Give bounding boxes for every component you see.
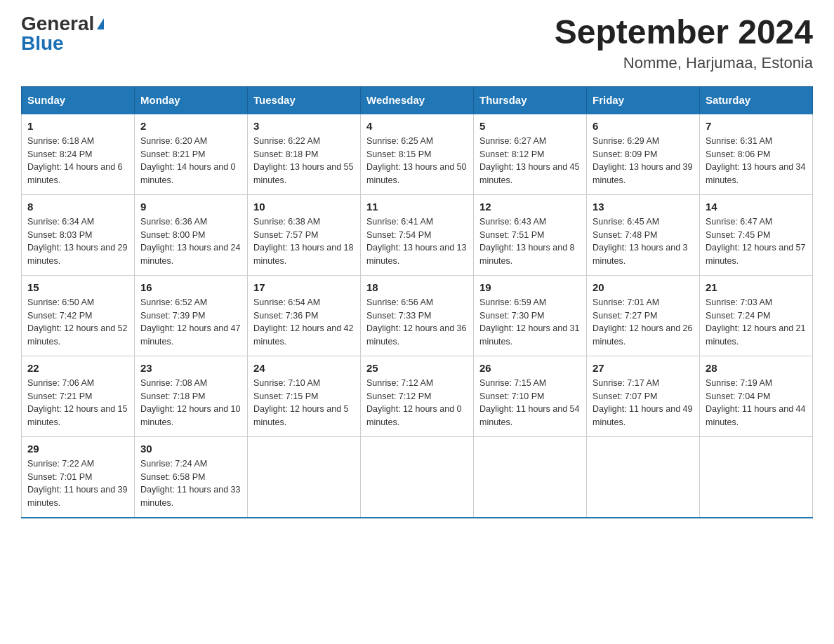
day-number: 26 [479,362,581,374]
day-info: Sunrise: 7:10 AMSunset: 7:15 PMDaylight:… [253,377,355,429]
calendar-cell: 21Sunrise: 7:03 AMSunset: 7:24 PMDayligh… [700,275,813,356]
calendar-header: SundayMondayTuesdayWednesdayThursdayFrid… [22,86,813,114]
calendar-cell: 30Sunrise: 7:24 AMSunset: 6:58 PMDayligh… [135,436,248,518]
calendar-cell: 19Sunrise: 6:59 AMSunset: 7:30 PMDayligh… [474,275,587,356]
day-info: Sunrise: 6:25 AMSunset: 8:15 PMDaylight:… [366,135,468,187]
day-info: Sunrise: 6:29 AMSunset: 8:09 PMDaylight:… [593,135,694,187]
calendar-cell [700,436,813,518]
day-info: Sunrise: 7:17 AMSunset: 7:07 PMDaylight:… [593,377,694,429]
day-number: 20 [593,281,694,293]
calendar-cell: 26Sunrise: 7:15 AMSunset: 7:10 PMDayligh… [474,356,587,436]
day-number: 8 [27,201,128,213]
day-number: 15 [27,281,128,293]
day-info: Sunrise: 6:43 AMSunset: 7:51 PMDaylight:… [479,215,581,268]
day-number: 21 [706,281,807,293]
logo-general-text: General [21,14,94,34]
day-number: 27 [593,362,694,374]
day-number: 3 [253,120,355,132]
calendar-cell: 14Sunrise: 6:47 AMSunset: 7:45 PMDayligh… [700,194,813,275]
calendar-title: September 2024 [555,14,813,51]
calendar-cell: 9Sunrise: 6:36 AMSunset: 8:00 PMDaylight… [135,194,248,275]
day-number: 10 [253,201,355,213]
calendar-week-row: 22Sunrise: 7:06 AMSunset: 7:21 PMDayligh… [22,356,813,436]
calendar-subtitle: Nomme, Harjumaa, Estonia [555,54,813,72]
day-number: 12 [479,201,581,213]
calendar-week-row: 15Sunrise: 6:50 AMSunset: 7:42 PMDayligh… [22,275,813,356]
weekday-header-monday: Monday [135,86,248,114]
calendar-cell: 23Sunrise: 7:08 AMSunset: 7:18 PMDayligh… [135,356,248,436]
calendar-week-row: 1Sunrise: 6:18 AMSunset: 8:24 PMDaylight… [22,114,813,195]
day-info: Sunrise: 7:12 AMSunset: 7:12 PMDaylight:… [366,377,468,429]
calendar-cell: 8Sunrise: 6:34 AMSunset: 8:03 PMDaylight… [22,194,135,275]
day-info: Sunrise: 6:34 AMSunset: 8:03 PMDaylight:… [27,215,128,268]
day-info: Sunrise: 7:06 AMSunset: 7:21 PMDaylight:… [27,377,128,429]
logo-blue-text: Blue [21,34,64,53]
calendar-cell: 7Sunrise: 6:31 AMSunset: 8:06 PMDaylight… [700,114,813,195]
day-info: Sunrise: 7:22 AMSunset: 7:01 PMDaylight:… [27,457,128,510]
calendar-cell: 28Sunrise: 7:19 AMSunset: 7:04 PMDayligh… [700,356,813,436]
day-info: Sunrise: 6:47 AMSunset: 7:45 PMDaylight:… [706,215,807,268]
calendar-cell: 4Sunrise: 6:25 AMSunset: 8:15 PMDaylight… [361,114,474,195]
day-number: 13 [593,201,694,213]
day-number: 7 [706,120,807,132]
day-number: 18 [366,281,468,293]
calendar-table: SundayMondayTuesdayWednesdayThursdayFrid… [21,86,813,518]
calendar-week-row: 29Sunrise: 7:22 AMSunset: 7:01 PMDayligh… [22,436,813,518]
day-number: 16 [140,281,241,293]
weekday-header-row: SundayMondayTuesdayWednesdayThursdayFrid… [22,86,813,114]
calendar-week-row: 8Sunrise: 6:34 AMSunset: 8:03 PMDaylight… [22,194,813,275]
day-number: 30 [140,443,241,455]
day-number: 6 [593,120,694,132]
day-info: Sunrise: 6:18 AMSunset: 8:24 PMDaylight:… [27,135,128,187]
weekday-header-saturday: Saturday [700,86,813,114]
calendar-cell [587,436,700,518]
calendar-cell: 10Sunrise: 6:38 AMSunset: 7:57 PMDayligh… [248,194,361,275]
calendar-body: 1Sunrise: 6:18 AMSunset: 8:24 PMDaylight… [22,114,813,518]
day-info: Sunrise: 7:24 AMSunset: 6:58 PMDaylight:… [140,457,241,510]
day-number: 14 [706,201,807,213]
page-header: General Blue September 2024 Nomme, Harju… [21,14,813,72]
title-block: September 2024 Nomme, Harjumaa, Estonia [555,14,813,72]
day-info: Sunrise: 6:38 AMSunset: 7:57 PMDaylight:… [253,215,355,268]
day-info: Sunrise: 6:20 AMSunset: 8:21 PMDaylight:… [140,135,241,187]
day-number: 25 [366,362,468,374]
day-info: Sunrise: 6:50 AMSunset: 7:42 PMDaylight:… [27,296,128,349]
day-number: 17 [253,281,355,293]
day-info: Sunrise: 7:19 AMSunset: 7:04 PMDaylight:… [706,377,807,429]
calendar-cell: 25Sunrise: 7:12 AMSunset: 7:12 PMDayligh… [361,356,474,436]
day-number: 4 [366,120,468,132]
weekday-header-friday: Friday [587,86,700,114]
calendar-cell: 13Sunrise: 6:45 AMSunset: 7:48 PMDayligh… [587,194,700,275]
day-info: Sunrise: 6:22 AMSunset: 8:18 PMDaylight:… [253,135,355,187]
calendar-cell: 20Sunrise: 7:01 AMSunset: 7:27 PMDayligh… [587,275,700,356]
calendar-cell: 11Sunrise: 6:41 AMSunset: 7:54 PMDayligh… [361,194,474,275]
weekday-header-thursday: Thursday [474,86,587,114]
day-number: 9 [140,201,241,213]
calendar-cell: 29Sunrise: 7:22 AMSunset: 7:01 PMDayligh… [22,436,135,518]
day-info: Sunrise: 6:59 AMSunset: 7:30 PMDaylight:… [479,296,581,349]
day-info: Sunrise: 6:45 AMSunset: 7:48 PMDaylight:… [593,215,694,268]
calendar-cell: 12Sunrise: 6:43 AMSunset: 7:51 PMDayligh… [474,194,587,275]
day-number: 29 [27,443,128,455]
day-number: 22 [27,362,128,374]
day-info: Sunrise: 6:27 AMSunset: 8:12 PMDaylight:… [479,135,581,187]
day-info: Sunrise: 7:03 AMSunset: 7:24 PMDaylight:… [706,296,807,349]
day-number: 1 [27,120,128,132]
day-number: 11 [366,201,468,213]
day-info: Sunrise: 6:54 AMSunset: 7:36 PMDaylight:… [253,296,355,349]
logo-triangle-icon [97,18,104,29]
day-number: 24 [253,362,355,374]
day-number: 23 [140,362,241,374]
weekday-header-sunday: Sunday [22,86,135,114]
calendar-cell: 16Sunrise: 6:52 AMSunset: 7:39 PMDayligh… [135,275,248,356]
day-info: Sunrise: 6:36 AMSunset: 8:00 PMDaylight:… [140,215,241,268]
calendar-cell: 17Sunrise: 6:54 AMSunset: 7:36 PMDayligh… [248,275,361,356]
day-number: 19 [479,281,581,293]
day-info: Sunrise: 7:08 AMSunset: 7:18 PMDaylight:… [140,377,241,429]
calendar-cell [361,436,474,518]
calendar-cell: 1Sunrise: 6:18 AMSunset: 8:24 PMDaylight… [22,114,135,195]
day-info: Sunrise: 6:52 AMSunset: 7:39 PMDaylight:… [140,296,241,349]
day-number: 5 [479,120,581,132]
logo: General Blue [21,14,104,53]
calendar-cell: 5Sunrise: 6:27 AMSunset: 8:12 PMDaylight… [474,114,587,195]
